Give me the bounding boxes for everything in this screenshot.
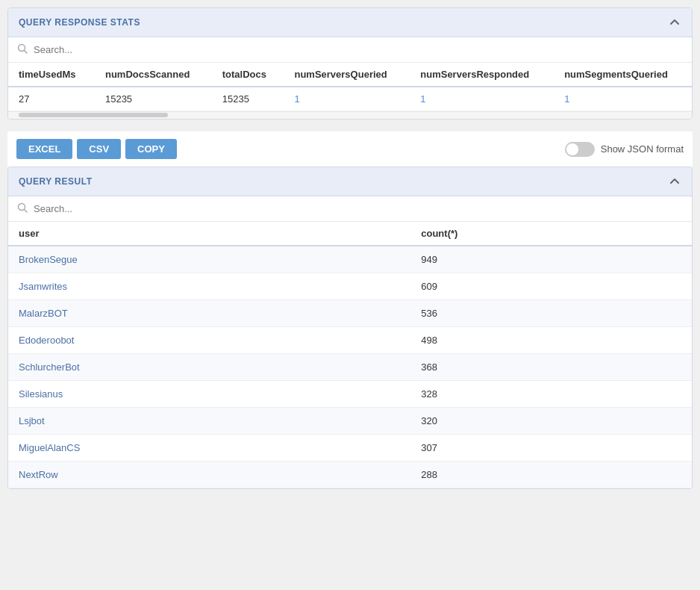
csv-button[interactable]: CSV: [77, 139, 121, 159]
cell-numServersQueried: 1: [284, 87, 410, 111]
result-scroll-area[interactable]: user count(*) BrokenSegue949Jsamwrites60…: [8, 222, 692, 488]
result-search-icon: [17, 202, 28, 215]
cell-totalDocs: 15235: [212, 87, 284, 111]
col-numServersQueried: numServersQueried: [284, 63, 410, 87]
cell-count: 536: [410, 300, 692, 327]
stats-panel-header: QUERY RESPONSE STATS: [8, 8, 692, 37]
col-numServersResponded: numServersResponded: [410, 63, 554, 87]
svg-line-3: [25, 210, 28, 213]
json-format-toggle[interactable]: [565, 142, 595, 157]
cell-count: 609: [410, 273, 692, 300]
list-item: NextRow288: [8, 462, 692, 488]
stats-scrollbar[interactable]: [8, 111, 692, 119]
cell-numDocsScanned: 15235: [95, 87, 212, 111]
stats-scrollbar-thumb: [19, 113, 168, 117]
export-buttons: EXCEL CSV COPY: [16, 139, 177, 159]
cell-user: Edoderoobot: [8, 327, 410, 354]
cell-user: BrokenSegue: [8, 246, 410, 273]
stats-panel-title: QUERY RESPONSE STATS: [19, 17, 140, 28]
list-item: MalarzBOT536: [8, 300, 692, 327]
cell-numSegmentsQueried: 1: [554, 87, 692, 111]
list-item: SchlurcherBot368: [8, 354, 692, 381]
col-totalDocs: totalDocs: [212, 63, 284, 87]
list-item: MiguelAlanCS307: [8, 435, 692, 462]
result-panel-title: QUERY RESULT: [19, 176, 92, 187]
stats-panel: QUERY RESPONSE STATS timeUsedMs numDocsS…: [7, 7, 693, 119]
copy-button[interactable]: COPY: [125, 139, 177, 159]
export-bar: EXCEL CSV COPY Show JSON format: [7, 131, 693, 167]
list-item: Lsjbot320: [8, 408, 692, 435]
cell-count: 328: [410, 381, 692, 408]
excel-button[interactable]: EXCEL: [16, 139, 72, 159]
stats-search-bar: [8, 37, 692, 63]
cell-user: Silesianus: [8, 381, 410, 408]
cell-count: 307: [410, 435, 692, 462]
col-numDocsScanned: numDocsScanned: [95, 63, 212, 87]
stats-table-header-row: timeUsedMs numDocsScanned totalDocs numS…: [8, 63, 692, 87]
list-item: Edoderoobot498: [8, 327, 692, 354]
stats-table-wrapper: timeUsedMs numDocsScanned totalDocs numS…: [8, 63, 692, 111]
stats-table: timeUsedMs numDocsScanned totalDocs numS…: [8, 63, 692, 111]
col-timeUsedMs: timeUsedMs: [8, 63, 95, 87]
cell-timeUsedMs: 27: [8, 87, 95, 111]
result-panel-header: QUERY RESULT: [8, 167, 692, 196]
stats-search-icon: [17, 43, 28, 56]
result-search-input[interactable]: [34, 203, 683, 214]
cell-count: 949: [410, 246, 692, 273]
col-numSegmentsQueried: numSegmentsQueried: [554, 63, 692, 87]
cell-user: NextRow: [8, 462, 410, 488]
result-search-bar: [8, 196, 692, 222]
col-count: count(*): [410, 222, 692, 246]
cell-user: MalarzBOT: [8, 300, 410, 327]
result-table-wrapper: user count(*) BrokenSegue949Jsamwrites60…: [8, 222, 692, 488]
cell-user: Jsamwrites: [8, 273, 410, 300]
cell-numServersResponded: 1: [410, 87, 554, 111]
cell-count: 320: [410, 408, 692, 435]
list-item: Jsamwrites609: [8, 273, 692, 300]
svg-line-1: [25, 51, 28, 54]
cell-count: 368: [410, 354, 692, 381]
list-item: Silesianus328: [8, 381, 692, 408]
result-table: user count(*) BrokenSegue949Jsamwrites60…: [8, 222, 692, 488]
cell-count: 288: [410, 462, 692, 488]
list-item: BrokenSegue949: [8, 246, 692, 273]
cell-user: MiguelAlanCS: [8, 435, 410, 462]
col-user: user: [8, 222, 410, 246]
result-table-header-row: user count(*): [8, 222, 692, 246]
result-panel: QUERY RESULT user count(*): [7, 167, 693, 489]
json-toggle-label: Show JSON format: [601, 143, 684, 155]
cell-user: SchlurcherBot: [8, 354, 410, 381]
stats-collapse-icon[interactable]: [668, 16, 681, 29]
result-collapse-icon[interactable]: [668, 175, 681, 188]
table-row: 271523515235111: [8, 87, 692, 111]
stats-search-input[interactable]: [34, 44, 683, 55]
json-toggle-area: Show JSON format: [565, 142, 684, 157]
cell-user: Lsjbot: [8, 408, 410, 435]
cell-count: 498: [410, 327, 692, 354]
